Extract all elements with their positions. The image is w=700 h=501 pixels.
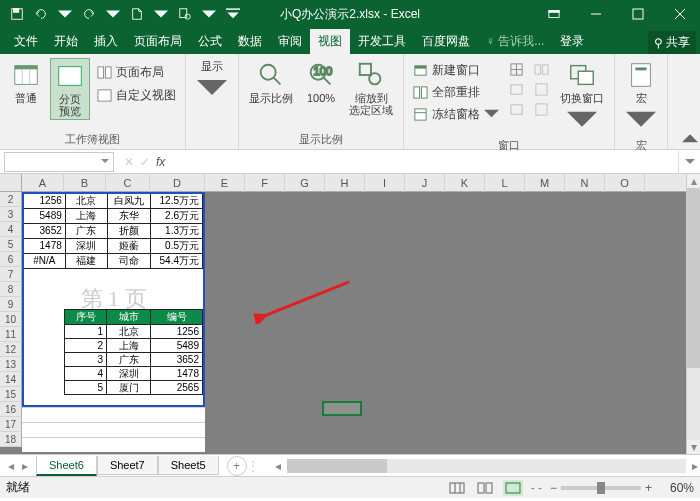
col-header[interactable]: D [150, 174, 205, 192]
cell[interactable]: #N/A [24, 254, 66, 269]
zoom-out-icon[interactable]: − [550, 481, 557, 495]
cell[interactable]: 厦门 [107, 381, 151, 395]
table-header[interactable]: 城市 [107, 310, 151, 325]
row-header[interactable]: 13 [0, 357, 22, 372]
zoom-slider[interactable]: − + [550, 481, 652, 495]
cell[interactable]: 54.4万元 [151, 254, 203, 269]
row-header[interactable]: 4 [0, 222, 22, 237]
page-break-preview-button[interactable]: 分页 预览 [50, 58, 90, 120]
collapse-ribbon-icon[interactable] [682, 131, 698, 147]
table-header[interactable]: 编号 [151, 310, 203, 325]
cell[interactable]: 广东 [107, 353, 151, 367]
tab-layout[interactable]: 页面布局 [126, 29, 190, 54]
row-header[interactable]: 18 [0, 432, 22, 447]
sheet-nav-prev-icon[interactable]: ◂ [8, 459, 14, 473]
row-header[interactable]: 17 [0, 417, 22, 432]
worksheet-grid[interactable]: A B C D E F G H I J K L M N O 2345678910… [0, 174, 700, 454]
normal-view-icon[interactable] [447, 480, 467, 496]
cell[interactable]: 0.5万元 [151, 239, 203, 254]
sheet-nav-next-icon[interactable]: ▸ [22, 459, 28, 473]
name-box[interactable] [4, 152, 114, 172]
new-window-button[interactable]: 新建窗口 [410, 60, 502, 81]
qat-dropdown-icon[interactable] [200, 5, 218, 23]
cell[interactable]: 北京 [66, 194, 108, 209]
split-button[interactable] [506, 60, 527, 79]
scroll-right-icon[interactable]: ▸ [692, 459, 698, 473]
row-header[interactable]: 8 [0, 282, 22, 297]
cell[interactable]: 3652 [151, 353, 203, 367]
normal-view-button[interactable]: 普通 [6, 58, 46, 106]
col-header[interactable]: L [485, 174, 525, 192]
print-preview-icon[interactable] [176, 5, 194, 23]
row-header[interactable]: 2 [0, 192, 22, 207]
zoom-in-icon[interactable]: + [645, 481, 652, 495]
col-header[interactable]: M [525, 174, 565, 192]
cell[interactable]: 2 [65, 339, 107, 353]
scroll-thumb[interactable] [687, 188, 700, 368]
cell[interactable]: 司命 [108, 254, 152, 269]
enter-icon[interactable]: ✓ [140, 155, 150, 169]
row-header[interactable]: 11 [0, 327, 22, 342]
vertical-scrollbar[interactable]: ▴ ▾ [686, 174, 700, 454]
cell[interactable]: 东华 [108, 209, 152, 224]
cell[interactable]: 12.5万元 [151, 194, 203, 209]
cell[interactable]: 3652 [24, 224, 66, 239]
tab-baidu[interactable]: 百度网盘 [414, 29, 478, 54]
maximize-icon[interactable] [618, 0, 658, 28]
switch-windows-button[interactable]: 切换窗口 [556, 58, 608, 138]
cell[interactable]: 2.6万元 [151, 209, 203, 224]
show-dropdown[interactable]: 显示 [192, 58, 232, 106]
tab-data[interactable]: 数据 [230, 29, 270, 54]
cell[interactable]: 白凤九 [108, 194, 152, 209]
page-break-view-icon[interactable] [503, 480, 523, 496]
cell[interactable]: 1256 [24, 194, 66, 209]
zoom-thumb[interactable] [597, 482, 605, 494]
tab-split-handle[interactable]: ⋮ [247, 459, 253, 473]
cancel-icon[interactable]: ✕ [124, 155, 134, 169]
cell[interactable]: 折颜 [108, 224, 152, 239]
redo-icon[interactable] [80, 5, 98, 23]
hide-button[interactable] [506, 80, 527, 99]
cell[interactable]: 1 [65, 325, 107, 339]
cell[interactable]: 上海 [66, 209, 108, 224]
col-header[interactable]: A [22, 174, 64, 192]
col-header[interactable]: F [245, 174, 285, 192]
arrange-all-button[interactable]: 全部重排 [410, 82, 502, 103]
col-header[interactable]: N [565, 174, 605, 192]
tab-file[interactable]: 文件 [6, 29, 46, 54]
cell[interactable]: 3 [65, 353, 107, 367]
add-sheet-button[interactable]: + [227, 456, 247, 476]
tab-insert[interactable]: 插入 [86, 29, 126, 54]
ribbon-display-icon[interactable] [534, 0, 574, 28]
tab-formulas[interactable]: 公式 [190, 29, 230, 54]
cell[interactable]: 1.3万元 [151, 224, 203, 239]
sheet-tab-sheet5[interactable]: Sheet5 [158, 456, 219, 475]
qat-dropdown-icon[interactable] [104, 5, 122, 23]
new-file-icon[interactable] [128, 5, 146, 23]
cell[interactable]: 姬蘅 [108, 239, 152, 254]
row-header[interactable]: 16 [0, 402, 22, 417]
macros-button[interactable]: 宏 [621, 58, 661, 138]
col-header[interactable]: B [64, 174, 106, 192]
row-header[interactable]: 15 [0, 387, 22, 402]
cell[interactable]: 福建 [66, 254, 108, 269]
undo-icon[interactable] [32, 5, 50, 23]
col-header[interactable]: C [106, 174, 150, 192]
scroll-left-icon[interactable]: ◂ [275, 459, 281, 473]
row-header[interactable]: 6 [0, 252, 22, 267]
cell[interactable]: 1478 [24, 239, 66, 254]
col-header[interactable]: G [285, 174, 325, 192]
sheet-canvas[interactable]: 1256北京白凤九12.5万元 5489上海东华2.6万元 3652广东折颜1.… [22, 192, 686, 454]
cell[interactable]: 5 [65, 381, 107, 395]
tab-home[interactable]: 开始 [46, 29, 86, 54]
page-layout-button[interactable]: 页面布局 [94, 62, 179, 83]
scroll-thumb[interactable] [287, 459, 387, 473]
scroll-up-icon[interactable]: ▴ [687, 174, 700, 188]
minimize-icon[interactable] [576, 0, 616, 28]
row-header[interactable]: 12 [0, 342, 22, 357]
expand-formula-bar-icon[interactable] [678, 151, 700, 173]
zoom-selection-button[interactable]: 缩放到 选定区域 [345, 58, 397, 118]
cell[interactable]: 1256 [151, 325, 203, 339]
zoom-level[interactable]: 60% [660, 481, 694, 495]
sheet-tab-sheet7[interactable]: Sheet7 [97, 456, 158, 475]
